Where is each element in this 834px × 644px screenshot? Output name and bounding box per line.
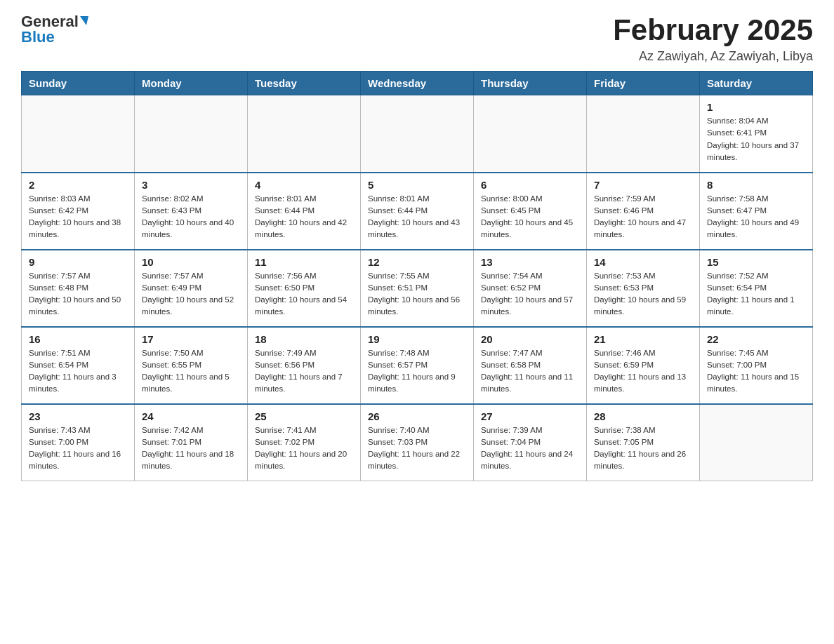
day-info: Sunrise: 7:54 AMSunset: 6:52 PMDaylight:… [481,270,579,318]
calendar-day [361,95,474,173]
calendar-day [135,95,248,173]
calendar-day: 23Sunrise: 7:43 AMSunset: 7:00 PMDayligh… [22,404,135,481]
calendar-day [587,95,700,173]
day-number: 2 [29,179,127,191]
month-title: February 2025 [613,14,813,46]
day-info: Sunrise: 7:50 AMSunset: 6:55 PMDaylight:… [142,347,240,396]
calendar-day [248,95,361,173]
weekday-header-wednesday: Wednesday [361,72,474,95]
day-number: 3 [142,179,240,191]
day-info: Sunrise: 7:52 AMSunset: 6:54 PMDaylight:… [707,270,805,318]
weekday-header-sunday: Sunday [22,72,135,95]
day-info: Sunrise: 8:01 AMSunset: 6:44 PMDaylight:… [368,193,466,241]
calendar-day: 16Sunrise: 7:51 AMSunset: 6:54 PMDayligh… [22,327,135,404]
day-info: Sunrise: 7:56 AMSunset: 6:50 PMDaylight:… [255,270,353,318]
weekday-header-thursday: Thursday [474,72,587,95]
calendar-day [700,404,813,481]
calendar-day: 25Sunrise: 7:41 AMSunset: 7:02 PMDayligh… [248,404,361,481]
day-number: 16 [29,333,127,345]
calendar-body: 1Sunrise: 8:04 AMSunset: 6:41 PMDaylight… [22,95,813,481]
day-info: Sunrise: 7:42 AMSunset: 7:01 PMDaylight:… [142,424,240,473]
day-number: 25 [255,410,353,422]
day-number: 28 [594,410,692,422]
day-number: 7 [594,179,692,191]
calendar-day: 17Sunrise: 7:50 AMSunset: 6:55 PMDayligh… [135,327,248,404]
day-number: 10 [142,256,240,268]
day-number: 22 [707,333,805,345]
day-number: 24 [142,410,240,422]
day-info: Sunrise: 7:38 AMSunset: 7:05 PMDaylight:… [594,424,692,473]
day-info: Sunrise: 7:51 AMSunset: 6:54 PMDaylight:… [29,347,127,396]
calendar-day: 28Sunrise: 7:38 AMSunset: 7:05 PMDayligh… [587,404,700,481]
calendar-week-1: 1Sunrise: 8:04 AMSunset: 6:41 PMDaylight… [22,95,813,173]
calendar-day: 22Sunrise: 7:45 AMSunset: 7:00 PMDayligh… [700,327,813,404]
day-info: Sunrise: 7:45 AMSunset: 7:00 PMDaylight:… [707,347,805,396]
day-number: 5 [368,179,466,191]
location-title: Az Zawiyah, Az Zawiyah, Libya [613,49,813,64]
day-info: Sunrise: 7:57 AMSunset: 6:48 PMDaylight:… [29,270,127,318]
calendar-table: SundayMondayTuesdayWednesdayThursdayFrid… [21,71,813,481]
day-info: Sunrise: 7:49 AMSunset: 6:56 PMDaylight:… [255,347,353,396]
day-info: Sunrise: 8:02 AMSunset: 6:43 PMDaylight:… [142,193,240,241]
calendar-day: 13Sunrise: 7:54 AMSunset: 6:52 PMDayligh… [474,250,587,327]
calendar-day [22,95,135,173]
day-info: Sunrise: 8:03 AMSunset: 6:42 PMDaylight:… [29,193,127,241]
day-number: 23 [29,410,127,422]
day-info: Sunrise: 7:39 AMSunset: 7:04 PMDaylight:… [481,424,579,473]
logo-arrow-icon [80,16,88,25]
day-number: 17 [142,333,240,345]
calendar-day: 6Sunrise: 8:00 AMSunset: 6:45 PMDaylight… [474,173,587,250]
calendar-day: 7Sunrise: 7:59 AMSunset: 6:46 PMDaylight… [587,173,700,250]
weekday-header-friday: Friday [587,72,700,95]
day-info: Sunrise: 8:00 AMSunset: 6:45 PMDaylight:… [481,193,579,241]
calendar-day: 12Sunrise: 7:55 AMSunset: 6:51 PMDayligh… [361,250,474,327]
day-number: 27 [481,410,579,422]
day-info: Sunrise: 7:47 AMSunset: 6:58 PMDaylight:… [481,347,579,396]
day-number: 13 [481,256,579,268]
calendar-week-4: 16Sunrise: 7:51 AMSunset: 6:54 PMDayligh… [22,327,813,404]
day-number: 19 [368,333,466,345]
logo: General Blue [21,14,88,45]
weekday-header-monday: Monday [135,72,248,95]
calendar-day: 10Sunrise: 7:57 AMSunset: 6:49 PMDayligh… [135,250,248,327]
calendar-day: 3Sunrise: 8:02 AMSunset: 6:43 PMDaylight… [135,173,248,250]
day-number: 11 [255,256,353,268]
day-number: 21 [594,333,692,345]
day-number: 12 [368,256,466,268]
day-number: 8 [707,179,805,191]
calendar-day: 9Sunrise: 7:57 AMSunset: 6:48 PMDaylight… [22,250,135,327]
title-section: February 2025 Az Zawiyah, Az Zawiyah, Li… [613,14,813,64]
calendar-day: 15Sunrise: 7:52 AMSunset: 6:54 PMDayligh… [700,250,813,327]
calendar-day: 8Sunrise: 7:58 AMSunset: 6:47 PMDaylight… [700,173,813,250]
day-number: 4 [255,179,353,191]
day-info: Sunrise: 7:59 AMSunset: 6:46 PMDaylight:… [594,193,692,241]
calendar-day: 2Sunrise: 8:03 AMSunset: 6:42 PMDaylight… [22,173,135,250]
day-info: Sunrise: 7:53 AMSunset: 6:53 PMDaylight:… [594,270,692,318]
calendar-day: 20Sunrise: 7:47 AMSunset: 6:58 PMDayligh… [474,327,587,404]
calendar-day: 18Sunrise: 7:49 AMSunset: 6:56 PMDayligh… [248,327,361,404]
day-info: Sunrise: 7:55 AMSunset: 6:51 PMDaylight:… [368,270,466,318]
calendar-day [474,95,587,173]
day-info: Sunrise: 7:40 AMSunset: 7:03 PMDaylight:… [368,424,466,473]
calendar-week-3: 9Sunrise: 7:57 AMSunset: 6:48 PMDaylight… [22,250,813,327]
calendar-header: SundayMondayTuesdayWednesdayThursdayFrid… [22,72,813,95]
day-info: Sunrise: 7:43 AMSunset: 7:00 PMDaylight:… [29,424,127,473]
calendar-day: 19Sunrise: 7:48 AMSunset: 6:57 PMDayligh… [361,327,474,404]
calendar-day: 4Sunrise: 8:01 AMSunset: 6:44 PMDaylight… [248,173,361,250]
page-header: General Blue February 2025 Az Zawiyah, A… [21,14,813,64]
logo-general-text: General [21,14,79,29]
calendar-week-5: 23Sunrise: 7:43 AMSunset: 7:00 PMDayligh… [22,404,813,481]
day-info: Sunrise: 8:01 AMSunset: 6:44 PMDaylight:… [255,193,353,241]
day-number: 9 [29,256,127,268]
calendar-day: 1Sunrise: 8:04 AMSunset: 6:41 PMDaylight… [700,95,813,173]
day-number: 18 [255,333,353,345]
calendar-day: 24Sunrise: 7:42 AMSunset: 7:01 PMDayligh… [135,404,248,481]
day-info: Sunrise: 7:58 AMSunset: 6:47 PMDaylight:… [707,193,805,241]
calendar-day: 26Sunrise: 7:40 AMSunset: 7:03 PMDayligh… [361,404,474,481]
day-number: 14 [594,256,692,268]
day-info: Sunrise: 7:41 AMSunset: 7:02 PMDaylight:… [255,424,353,473]
calendar-week-2: 2Sunrise: 8:03 AMSunset: 6:42 PMDaylight… [22,173,813,250]
calendar-day: 14Sunrise: 7:53 AMSunset: 6:53 PMDayligh… [587,250,700,327]
day-info: Sunrise: 7:46 AMSunset: 6:59 PMDaylight:… [594,347,692,396]
day-info: Sunrise: 8:04 AMSunset: 6:41 PMDaylight:… [707,115,805,163]
